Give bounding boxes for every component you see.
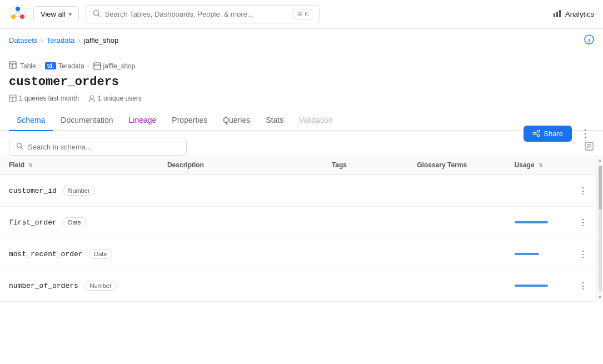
col-header-usage[interactable]: Usage ⇅ bbox=[506, 156, 567, 175]
svg-line-5 bbox=[14, 11, 18, 15]
field-description-cell bbox=[158, 207, 323, 238]
row-menu-button[interactable]: ⋮ bbox=[575, 246, 591, 262]
field-name-cell: most_recent_order Date bbox=[0, 238, 158, 270]
field-tags-cell bbox=[323, 238, 408, 270]
sort-icon-usage: ⇅ bbox=[539, 163, 543, 168]
global-search-bar: ⌘ K bbox=[86, 5, 320, 23]
tab-properties[interactable]: Properties bbox=[164, 110, 215, 131]
schema-search-row bbox=[0, 131, 603, 156]
tab-stats[interactable]: Stats bbox=[258, 110, 291, 131]
schema-tabs: Schema Documentation Lineage Properties … bbox=[0, 110, 603, 131]
svg-point-25 bbox=[537, 134, 540, 137]
svg-line-8 bbox=[98, 15, 100, 17]
tab-lineage[interactable]: Lineage bbox=[121, 110, 165, 131]
header-actions: Share ⋮ bbox=[524, 124, 594, 142]
service-badge: td. bbox=[45, 62, 56, 69]
search-input[interactable] bbox=[105, 10, 288, 18]
tab-documentation[interactable]: Documentation bbox=[53, 110, 121, 131]
scroll-up-arrow[interactable]: ▲ bbox=[597, 156, 602, 164]
field-tags-cell bbox=[323, 175, 408, 207]
svg-text:i: i bbox=[588, 37, 590, 43]
breadcrumb-datasets[interactable]: Datasets bbox=[9, 36, 37, 44]
col-header-tags: Tags bbox=[323, 156, 408, 175]
field-type-badge: Date bbox=[63, 217, 86, 227]
breadcrumb-teradata[interactable]: Teradata bbox=[47, 36, 75, 44]
field-type-badge: Number bbox=[63, 186, 94, 196]
scrollbar[interactable]: ▲ ▼ bbox=[596, 156, 603, 302]
field-name-cell: customer_id Number bbox=[0, 175, 158, 207]
field-glossary-cell bbox=[408, 207, 505, 238]
search-shortcut-badge: ⌘ K bbox=[293, 9, 312, 19]
field-name: first_order bbox=[9, 218, 57, 227]
usage-bar bbox=[515, 221, 548, 223]
svg-rect-19 bbox=[9, 95, 16, 102]
export-icon[interactable] bbox=[584, 141, 594, 153]
field-glossary-cell bbox=[408, 238, 505, 270]
field-type-badge: Number bbox=[84, 281, 116, 291]
col-header-field[interactable]: Field ⇅ bbox=[0, 156, 158, 175]
schema-search-wrap bbox=[9, 138, 187, 156]
field-description-cell bbox=[158, 238, 323, 270]
field-description-cell bbox=[158, 270, 323, 302]
tab-schema[interactable]: Schema bbox=[9, 110, 53, 131]
table-row: most_recent_order Date ⋮ bbox=[0, 238, 603, 270]
usage-bar bbox=[515, 285, 548, 287]
analytics-link[interactable]: Analytics bbox=[553, 9, 594, 19]
schema-table: Field ⇅ Description Tags Glossary Terms … bbox=[0, 156, 603, 302]
chevron-down-icon: ▾ bbox=[69, 11, 72, 17]
tab-validation: Validation bbox=[291, 110, 340, 131]
field-name: most_recent_order bbox=[9, 250, 83, 258]
users-stat: 1 unique users bbox=[88, 94, 142, 102]
search-icon bbox=[93, 9, 101, 19]
svg-rect-17 bbox=[94, 63, 101, 69]
schema-search bbox=[9, 138, 584, 156]
field-name: customer_id bbox=[9, 187, 57, 195]
scroll-down-arrow[interactable]: ▼ bbox=[597, 293, 602, 302]
more-options-button[interactable]: ⋮ bbox=[576, 124, 594, 142]
field-tags-cell bbox=[323, 270, 408, 302]
row-menu-button[interactable]: ⋮ bbox=[575, 215, 591, 230]
field-tags-cell bbox=[323, 207, 408, 238]
svg-point-23 bbox=[537, 130, 540, 132]
entity-database: jaffle_shop bbox=[93, 62, 136, 70]
top-navigation: View all ▾ ⌘ K Analytics bbox=[0, 0, 603, 29]
field-usage-cell bbox=[506, 238, 567, 270]
breadcrumb-sep-2: › bbox=[78, 36, 80, 44]
scroll-thumb[interactable] bbox=[599, 166, 602, 210]
field-usage-cell bbox=[506, 270, 567, 302]
breadcrumb: Datasets › Teradata › jaffle_shop i bbox=[0, 29, 603, 52]
breadcrumb-sep-1: › bbox=[41, 36, 43, 44]
svg-line-29 bbox=[21, 147, 23, 149]
queries-stat: 1 queries last month bbox=[9, 94, 79, 102]
row-menu-button[interactable]: ⋮ bbox=[575, 278, 591, 293]
content-header: Table › td. Teradata › jaffle_shop custo… bbox=[0, 52, 603, 131]
analytics-icon bbox=[553, 9, 562, 19]
breadcrumb-current: jaffle_shop bbox=[84, 36, 119, 44]
tab-queries[interactable]: Queries bbox=[215, 110, 258, 131]
svg-point-1 bbox=[16, 7, 20, 11]
field-name-cell: first_order Date bbox=[0, 207, 158, 238]
col-header-description: Description bbox=[158, 156, 323, 175]
svg-line-27 bbox=[535, 134, 537, 135]
entity-meta: Table › td. Teradata › jaffle_shop bbox=[9, 61, 594, 71]
breadcrumb-info-icon[interactable]: i bbox=[584, 34, 594, 46]
share-button[interactable]: Share bbox=[524, 126, 572, 142]
analytics-label: Analytics bbox=[565, 10, 594, 18]
scroll-track bbox=[599, 166, 602, 292]
schema-search-icon bbox=[16, 142, 23, 151]
field-usage-cell bbox=[506, 207, 567, 238]
table-row: customer_id Number ⋮ bbox=[0, 175, 603, 207]
view-all-button[interactable]: View all ▾ bbox=[33, 6, 79, 22]
schema-table-container: Field ⇅ Description Tags Glossary Terms … bbox=[0, 156, 603, 302]
col-header-glossary: Glossary Terms bbox=[408, 156, 505, 175]
svg-rect-9 bbox=[554, 13, 555, 17]
field-usage-cell bbox=[506, 175, 567, 207]
schema-search-input[interactable] bbox=[28, 143, 180, 151]
entity-type-label: Table bbox=[20, 62, 36, 70]
row-menu-button[interactable]: ⋮ bbox=[575, 183, 591, 198]
field-description-cell bbox=[158, 175, 323, 207]
entity-stats: 1 queries last month 1 unique users bbox=[9, 94, 594, 102]
svg-rect-14 bbox=[9, 62, 16, 68]
field-type-badge: Date bbox=[89, 249, 112, 259]
field-name: number_of_orders bbox=[9, 282, 78, 290]
